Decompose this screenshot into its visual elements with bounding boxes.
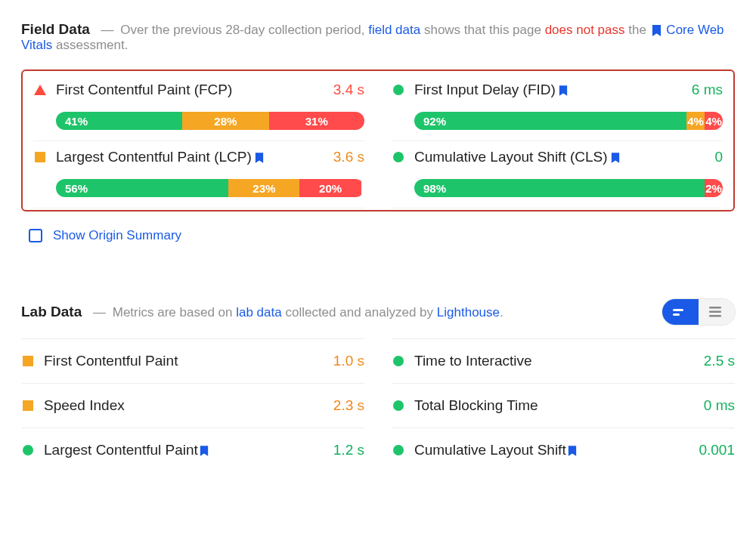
field-data-link[interactable]: field data xyxy=(368,23,420,37)
lab-data-title: Lab Data xyxy=(21,304,82,319)
svg-point-2 xyxy=(393,152,404,162)
metric-name: Cumulative Layout Shift (CLS) xyxy=(414,149,621,165)
metric-name: Largest Contentful Paint (LCP) xyxy=(56,149,265,165)
status-orange-icon xyxy=(21,400,35,411)
field-metric-card: First Input Delay (FID)6 ms92%4%4% xyxy=(392,74,723,141)
metric-value: 3.4 s xyxy=(333,82,364,98)
field-intro-text-3: the xyxy=(628,23,646,37)
distribution-bar: 92%4%4% xyxy=(414,112,723,130)
svg-rect-7 xyxy=(709,315,721,317)
dist-poor-segment: 2% xyxy=(705,179,723,197)
lab-data-link[interactable]: lab data xyxy=(236,305,282,319)
metric-name: First Contentful Paint (FCP) xyxy=(56,82,232,98)
lab-data-header: Lab Data — Metrics are based on lab data… xyxy=(21,299,735,325)
field-intro-text-2: shows that this page xyxy=(424,23,541,37)
dist-needs-improvement-segment: 4% xyxy=(686,112,705,130)
lab-intro-text-2: collected and analyzed by xyxy=(285,305,433,319)
status-green-icon xyxy=(392,152,405,162)
assessment-fail-text: does not pass xyxy=(545,23,625,37)
metric-name: Cumulative Layout Shift xyxy=(414,442,578,458)
status-green-icon xyxy=(21,445,35,455)
svg-rect-5 xyxy=(709,307,721,309)
lab-metric-row: Total Blocking Time0 ms xyxy=(392,383,735,428)
bookmark-icon xyxy=(559,85,568,96)
status-green-icon xyxy=(392,85,405,95)
lab-metric-row: Largest Contentful Paint1.2 s xyxy=(21,428,364,472)
dash-separator: — xyxy=(93,305,106,319)
distribution-bar: 56%23%20% xyxy=(56,179,364,197)
dist-good-segment: 41% xyxy=(56,112,182,130)
svg-point-11 xyxy=(393,400,404,411)
metric-name: Speed Index xyxy=(44,397,125,414)
status-red-icon xyxy=(33,85,47,95)
dist-good-segment: 56% xyxy=(56,179,228,197)
dist-good-segment: 98% xyxy=(414,179,705,197)
origin-summary-checkbox[interactable] xyxy=(29,229,42,242)
period: . xyxy=(500,305,503,319)
metric-value: 2.3 s xyxy=(333,397,364,414)
view-toggle-chart-button[interactable] xyxy=(662,299,699,325)
origin-summary-label: Show Origin Summary xyxy=(53,228,181,243)
field-metric-card: Largest Contentful Paint (LCP)3.6 s56%23… xyxy=(33,141,364,208)
lab-metric-row: First Contentful Paint1.0 s xyxy=(21,338,364,383)
metric-value: 0 xyxy=(714,149,723,165)
metric-name: First Contentful Paint xyxy=(44,353,178,369)
lab-metric-row: Time to Interactive2.5 s xyxy=(392,338,735,383)
metric-value: 3.6 s xyxy=(333,149,364,165)
metric-value: 1.0 s xyxy=(333,353,364,369)
dist-poor-segment: 4% xyxy=(705,112,723,130)
metric-value: 1.2 s xyxy=(333,442,364,458)
metric-value: 6 ms xyxy=(692,82,723,98)
svg-rect-4 xyxy=(673,313,680,316)
show-origin-summary-row[interactable]: Show Origin Summary xyxy=(29,228,735,243)
metric-name: First Input Delay (FID) xyxy=(414,82,569,98)
dist-needs-improvement-segment: 28% xyxy=(182,112,268,130)
field-intro-text-4: assessment. xyxy=(56,38,128,52)
bookmark-icon xyxy=(652,25,662,36)
field-intro-text-1: Over the previous 28-day collection peri… xyxy=(120,23,364,37)
field-data-title: Field Data xyxy=(21,21,90,37)
status-green-icon xyxy=(392,356,405,366)
lab-metric-row: Speed Index2.3 s xyxy=(21,383,364,428)
lighthouse-link[interactable]: Lighthouse xyxy=(437,305,500,319)
view-toggle xyxy=(662,299,735,325)
bookmark-icon xyxy=(611,153,620,163)
lab-metric-row: Cumulative Layout Shift0.001 xyxy=(392,428,735,472)
dist-needs-improvement-segment: 23% xyxy=(228,179,299,197)
metric-name: Total Blocking Time xyxy=(414,397,538,414)
field-metric-card: Cumulative Layout Shift (CLS)098%2% xyxy=(392,141,723,208)
status-orange-icon xyxy=(21,356,35,366)
svg-rect-8 xyxy=(23,356,33,366)
dist-poor-segment: 20% xyxy=(299,179,361,197)
dist-good-segment: 92% xyxy=(414,112,686,130)
bookmark-icon xyxy=(200,446,209,456)
svg-rect-10 xyxy=(23,400,33,411)
field-metric-card: First Contentful Paint (FCP)3.4 s41%28%3… xyxy=(33,74,364,141)
metric-name: Time to Interactive xyxy=(414,353,532,369)
field-metrics-panel: First Contentful Paint (FCP)3.4 s41%28%3… xyxy=(21,69,735,211)
svg-point-12 xyxy=(23,445,33,455)
field-data-intro: Field Data — Over the previous 28-day co… xyxy=(21,21,735,53)
status-green-icon xyxy=(392,445,405,455)
dist-poor-segment: 31% xyxy=(269,112,364,130)
svg-rect-1 xyxy=(35,152,45,162)
lab-intro-text-1: Metrics are based on xyxy=(113,305,233,319)
view-toggle-list-button[interactable] xyxy=(699,299,735,325)
bookmark-icon xyxy=(568,446,577,456)
metric-name: Largest Contentful Paint xyxy=(44,442,210,458)
status-green-icon xyxy=(392,400,405,411)
bookmark-icon xyxy=(255,153,264,163)
dash-separator: — xyxy=(101,23,114,37)
svg-point-9 xyxy=(393,356,404,366)
metric-value: 0 ms xyxy=(704,397,735,414)
metric-value: 0.001 xyxy=(699,442,735,458)
distribution-bar: 41%28%31% xyxy=(56,112,364,130)
svg-rect-3 xyxy=(673,309,683,311)
svg-rect-6 xyxy=(709,311,721,313)
metric-value: 2.5 s xyxy=(704,353,735,369)
svg-point-13 xyxy=(393,445,404,455)
distribution-bar: 98%2% xyxy=(414,179,723,197)
status-orange-icon xyxy=(33,152,47,162)
svg-point-0 xyxy=(393,85,404,95)
